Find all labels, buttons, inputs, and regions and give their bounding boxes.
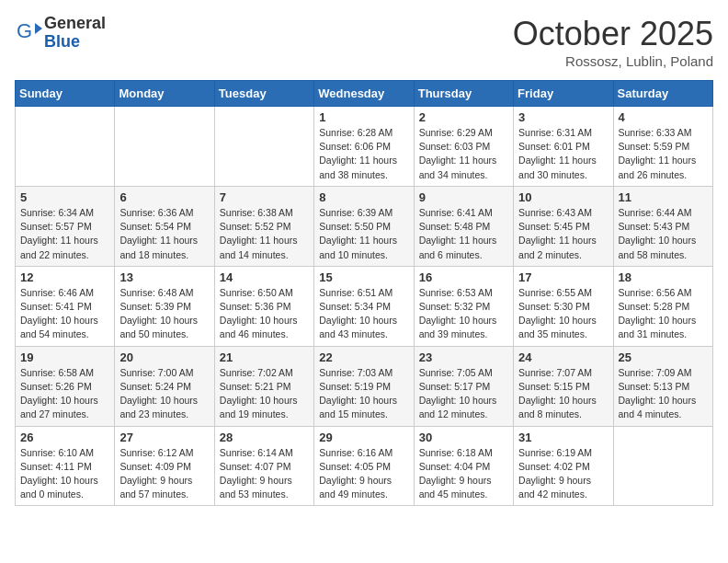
day-info: Sunrise: 7:05 AM Sunset: 5:17 PM Dayligh…: [419, 366, 508, 422]
day-info: Sunrise: 7:09 AM Sunset: 5:13 PM Dayligh…: [619, 366, 708, 422]
calendar-week-row: 1Sunrise: 6:28 AM Sunset: 6:06 PM Daylig…: [16, 107, 713, 187]
weekday-header: Friday: [514, 81, 613, 107]
day-number: 12: [20, 270, 109, 284]
day-number: 14: [220, 270, 309, 284]
calendar-cell: 7Sunrise: 6:38 AM Sunset: 5:52 PM Daylig…: [214, 186, 313, 266]
day-number: 21: [220, 350, 309, 364]
weekday-header: Thursday: [414, 81, 513, 107]
day-number: 27: [119, 431, 209, 444]
calendar-week-row: 19Sunrise: 6:58 AM Sunset: 5:26 PM Dayli…: [16, 346, 713, 426]
logo-general: General: [44, 14, 106, 32]
day-number: 26: [20, 431, 109, 444]
weekday-header: Saturday: [613, 81, 712, 107]
day-info: Sunrise: 6:58 AM Sunset: 5:26 PM Dayligh…: [20, 366, 109, 422]
calendar-cell: 22Sunrise: 7:03 AM Sunset: 5:19 PM Dayli…: [314, 346, 414, 426]
calendar-cell: [115, 107, 214, 187]
title-block: October 2025 Rossosz, Lublin, Poland: [513, 15, 713, 69]
weekday-header: Monday: [115, 81, 214, 107]
day-number: 8: [319, 190, 408, 204]
day-info: Sunrise: 6:50 AM Sunset: 5:36 PM Dayligh…: [220, 286, 309, 342]
day-number: 6: [119, 190, 209, 204]
day-info: Sunrise: 6:44 AM Sunset: 5:43 PM Dayligh…: [619, 206, 708, 262]
weekday-header: Sunday: [16, 81, 115, 107]
day-number: 13: [119, 270, 209, 284]
calendar-cell: 3Sunrise: 6:31 AM Sunset: 6:01 PM Daylig…: [514, 107, 613, 187]
calendar-week-row: 12Sunrise: 6:46 AM Sunset: 5:41 PM Dayli…: [16, 266, 713, 346]
calendar-cell: 1Sunrise: 6:28 AM Sunset: 6:06 PM Daylig…: [314, 107, 414, 187]
calendar-cell: 15Sunrise: 6:51 AM Sunset: 5:34 PM Dayli…: [314, 266, 414, 346]
day-number: 25: [619, 350, 708, 364]
day-info: Sunrise: 7:02 AM Sunset: 5:21 PM Dayligh…: [220, 366, 309, 422]
calendar-cell: 10Sunrise: 6:43 AM Sunset: 5:45 PM Dayli…: [514, 186, 613, 266]
month-title: October 2025: [513, 15, 713, 53]
day-number: 7: [220, 190, 309, 204]
location: Rossosz, Lublin, Poland: [513, 53, 713, 69]
day-info: Sunrise: 6:38 AM Sunset: 5:52 PM Dayligh…: [220, 206, 309, 262]
day-info: Sunrise: 6:41 AM Sunset: 5:48 PM Dayligh…: [419, 206, 508, 262]
calendar-cell: 11Sunrise: 6:44 AM Sunset: 5:43 PM Dayli…: [613, 186, 712, 266]
day-info: Sunrise: 7:03 AM Sunset: 5:19 PM Dayligh…: [319, 366, 408, 422]
day-number: 1: [319, 110, 408, 124]
day-info: Sunrise: 6:12 AM Sunset: 4:09 PM Dayligh…: [119, 446, 209, 502]
calendar-cell: 5Sunrise: 6:34 AM Sunset: 5:57 PM Daylig…: [16, 186, 115, 266]
day-number: 2: [419, 110, 508, 124]
day-info: Sunrise: 6:34 AM Sunset: 5:57 PM Dayligh…: [20, 206, 109, 262]
day-info: Sunrise: 6:29 AM Sunset: 6:03 PM Dayligh…: [419, 126, 508, 182]
calendar-cell: 13Sunrise: 6:48 AM Sunset: 5:39 PM Dayli…: [115, 266, 214, 346]
svg-marker-1: [35, 23, 42, 34]
day-number: 16: [419, 270, 508, 284]
calendar-cell: 21Sunrise: 7:02 AM Sunset: 5:21 PM Dayli…: [214, 346, 313, 426]
day-number: 11: [619, 190, 708, 204]
day-number: 9: [419, 190, 508, 204]
day-info: Sunrise: 6:55 AM Sunset: 5:30 PM Dayligh…: [518, 286, 608, 342]
day-info: Sunrise: 6:36 AM Sunset: 5:54 PM Dayligh…: [119, 206, 209, 262]
day-info: Sunrise: 6:48 AM Sunset: 5:39 PM Dayligh…: [119, 286, 209, 342]
day-number: 30: [419, 431, 508, 444]
day-info: Sunrise: 6:51 AM Sunset: 5:34 PM Dayligh…: [319, 286, 408, 342]
calendar-cell: [613, 426, 712, 506]
logo-blue: Blue: [44, 32, 80, 51]
calendar-cell: [16, 107, 115, 187]
day-info: Sunrise: 6:18 AM Sunset: 4:04 PM Dayligh…: [419, 446, 508, 502]
day-number: 3: [518, 110, 608, 124]
day-number: 20: [119, 350, 209, 364]
calendar-cell: 12Sunrise: 6:46 AM Sunset: 5:41 PM Dayli…: [16, 266, 115, 346]
calendar-cell: 24Sunrise: 7:07 AM Sunset: 5:15 PM Dayli…: [514, 346, 613, 426]
day-info: Sunrise: 6:10 AM Sunset: 4:11 PM Dayligh…: [20, 446, 109, 502]
weekday-header: Tuesday: [214, 81, 313, 107]
day-number: 22: [319, 350, 408, 364]
page-header: G General Blue October 2025 Rossosz, Lub…: [15, 15, 713, 69]
day-info: Sunrise: 6:39 AM Sunset: 5:50 PM Dayligh…: [319, 206, 408, 262]
day-info: Sunrise: 6:16 AM Sunset: 4:05 PM Dayligh…: [319, 446, 408, 502]
day-info: Sunrise: 6:46 AM Sunset: 5:41 PM Dayligh…: [20, 286, 109, 342]
day-number: 5: [20, 190, 109, 204]
calendar-cell: [214, 107, 313, 187]
calendar-cell: 2Sunrise: 6:29 AM Sunset: 6:03 PM Daylig…: [414, 107, 513, 187]
day-info: Sunrise: 7:00 AM Sunset: 5:24 PM Dayligh…: [119, 366, 209, 422]
day-info: Sunrise: 6:19 AM Sunset: 4:02 PM Dayligh…: [518, 446, 608, 502]
calendar-cell: 27Sunrise: 6:12 AM Sunset: 4:09 PM Dayli…: [115, 426, 214, 506]
calendar-cell: 19Sunrise: 6:58 AM Sunset: 5:26 PM Dayli…: [16, 346, 115, 426]
calendar-cell: 18Sunrise: 6:56 AM Sunset: 5:28 PM Dayli…: [613, 266, 712, 346]
day-info: Sunrise: 7:07 AM Sunset: 5:15 PM Dayligh…: [518, 366, 608, 422]
day-info: Sunrise: 6:56 AM Sunset: 5:28 PM Dayligh…: [619, 286, 708, 342]
calendar-cell: 28Sunrise: 6:14 AM Sunset: 4:07 PM Dayli…: [214, 426, 313, 506]
day-number: 15: [319, 270, 408, 284]
logo-text: General Blue: [44, 15, 106, 52]
day-info: Sunrise: 6:33 AM Sunset: 5:59 PM Dayligh…: [619, 126, 708, 182]
day-number: 19: [20, 350, 109, 364]
calendar-cell: 26Sunrise: 6:10 AM Sunset: 4:11 PM Dayli…: [16, 426, 115, 506]
calendar-cell: 6Sunrise: 6:36 AM Sunset: 5:54 PM Daylig…: [115, 186, 214, 266]
day-info: Sunrise: 6:31 AM Sunset: 6:01 PM Dayligh…: [518, 126, 608, 182]
calendar-cell: 9Sunrise: 6:41 AM Sunset: 5:48 PM Daylig…: [414, 186, 513, 266]
day-info: Sunrise: 6:28 AM Sunset: 6:06 PM Dayligh…: [319, 126, 408, 182]
svg-text:G: G: [17, 19, 32, 42]
calendar-cell: 4Sunrise: 6:33 AM Sunset: 5:59 PM Daylig…: [613, 107, 712, 187]
calendar-week-row: 26Sunrise: 6:10 AM Sunset: 4:11 PM Dayli…: [16, 426, 713, 506]
calendar-table: SundayMondayTuesdayWednesdayThursdayFrid…: [15, 80, 713, 506]
weekday-header: Wednesday: [314, 81, 414, 107]
day-number: 10: [518, 190, 608, 204]
logo: G General Blue: [15, 15, 106, 52]
calendar-header-row: SundayMondayTuesdayWednesdayThursdayFrid…: [16, 81, 713, 107]
calendar-week-row: 5Sunrise: 6:34 AM Sunset: 5:57 PM Daylig…: [16, 186, 713, 266]
